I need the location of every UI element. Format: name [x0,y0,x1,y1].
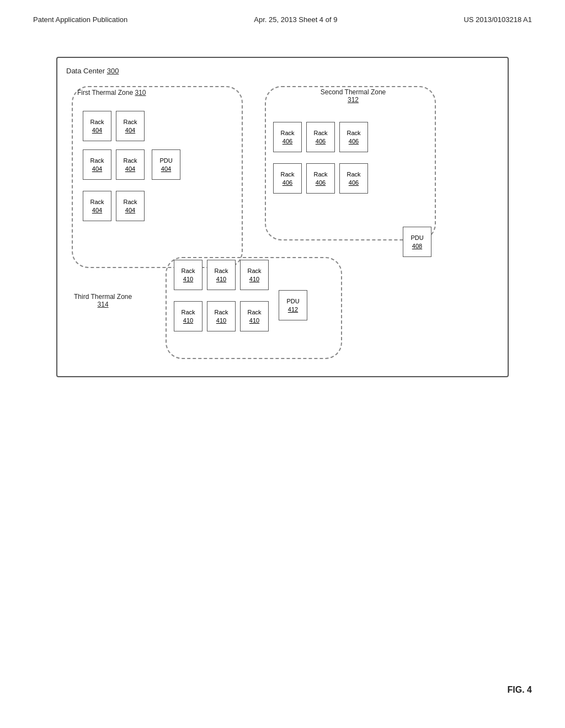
zone1-label: First Thermal Zone 310 [77,89,146,97]
rack-406-z2-r3: Rack 406 [339,122,368,152]
zone2-label: Second Thermal Zone312 [320,88,386,104]
rack-410-z3-r1: Rack 410 [174,260,202,290]
rack-406-z2-r1: Rack 406 [273,122,302,152]
rack-410-z3-r4: Rack 410 [174,301,202,331]
pdu-408: PDU 408 [403,227,431,257]
rack-406-z2-r6: Rack 406 [339,163,368,194]
rack-406-z2-r4: Rack 406 [273,163,302,194]
rack-404-z1-r3: Rack 404 [83,149,111,180]
rack-406-z2-r5: Rack 406 [306,163,335,194]
datacenter-label: Data Center 300 [66,67,499,75]
fig-label: FIG. 4 [508,685,532,695]
rack-410-z3-r6: Rack 410 [240,301,269,331]
rack-406-z2-r2: Rack 406 [306,122,335,152]
pdu-404-z1: PDU 404 [152,149,180,180]
rack-410-z3-r5: Rack 410 [207,301,236,331]
rack-410-z3-r3: Rack 410 [240,260,269,290]
rack-404-z1-r4: Rack 404 [116,149,145,180]
rack-404-z1-r6: Rack 404 [116,191,145,221]
figure-container: Data Center 300 First Thermal Zone 310 R… [56,57,509,377]
rack-410-z3-r2: Rack 410 [207,260,236,290]
rack-404-z1-r2: Rack 404 [116,111,145,141]
diagram-area: First Thermal Zone 310 Rack 404 Rack 404… [66,81,499,367]
zone2-num: 312 [348,96,359,104]
zone3-num: 314 [98,301,109,308]
zone1-num: 310 [135,89,146,97]
header-right: US 2013/0103218 A1 [463,15,532,24]
pdu-412: PDU 412 [279,290,307,320]
datacenter-num: 300 [107,67,119,75]
header-middle: Apr. 25, 2013 Sheet 4 of 9 [254,15,337,24]
zone3-label: Third Thermal Zone314 [74,293,132,308]
rack-404-z1-r1: Rack 404 [83,111,111,141]
header-left: Patent Application Publication [33,15,127,24]
rack-404-z1-r5: Rack 404 [83,191,111,221]
page-header: Patent Application Publication Apr. 25, … [0,0,565,24]
